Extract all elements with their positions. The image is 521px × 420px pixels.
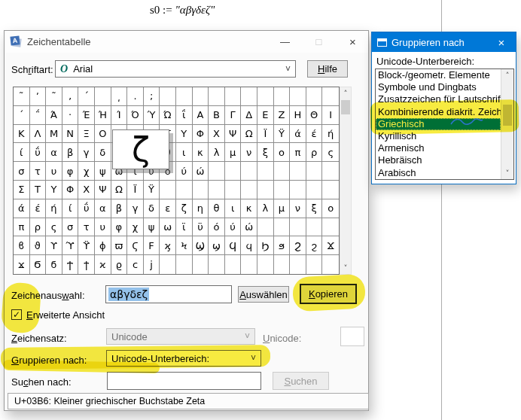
grid-cell[interactable]: β [111, 199, 128, 218]
grid-cell[interactable]: Ε [257, 106, 274, 125]
grid-cell[interactable]: σ [62, 218, 79, 237]
grid-scrollbar[interactable] [340, 87, 352, 275]
grid-cell[interactable] [225, 255, 242, 274]
grid-cell[interactable]: Ή [95, 106, 111, 125]
scrollbar-thumb[interactable] [503, 105, 512, 126]
grid-cell[interactable] [257, 87, 274, 106]
grid-cell[interactable] [290, 87, 306, 106]
help-button[interactable]: Hilfe [307, 60, 348, 78]
grid-cell[interactable]: α [95, 199, 111, 218]
grid-cell[interactable]: ϳ [144, 255, 160, 274]
grid-cell[interactable]: ϰ [95, 255, 111, 274]
grid-cell[interactable]: ΰ [30, 143, 47, 162]
grid-cell[interactable] [257, 218, 274, 237]
scroll-down-icon[interactable] [340, 262, 351, 274]
grid-cell[interactable]: ξ [306, 199, 323, 218]
grid-cell[interactable]: ν [241, 143, 257, 162]
grid-cell[interactable]: ; [144, 87, 160, 106]
group-by-select[interactable]: Unicode-Unterbereich: [106, 350, 261, 367]
grid-cell[interactable]: ξ [257, 143, 274, 162]
close-button[interactable]: × [336, 31, 370, 52]
advanced-view-checkbox[interactable]: ✓ [11, 309, 22, 320]
grid-cell[interactable] [306, 218, 323, 237]
grid-cell[interactable]: ῀ [46, 87, 62, 106]
grid-cell[interactable]: θ [209, 199, 225, 218]
grid-cell[interactable]: Ι [322, 106, 339, 125]
grid-cell[interactable]: Μ [46, 125, 62, 144]
grid-cell[interactable]: ϭ [46, 255, 62, 274]
grid-cell[interactable] [257, 255, 274, 274]
grid-cell[interactable]: ο [274, 143, 291, 162]
grid-cell[interactable]: ψ [144, 218, 160, 237]
grid-cell[interactable]: ϧ [274, 236, 291, 255]
grid-cell[interactable] [306, 87, 323, 106]
grid-cell[interactable] [193, 181, 209, 199]
grid-cell[interactable] [290, 162, 306, 181]
minimize-button[interactable]: — [268, 31, 302, 52]
grid-cell[interactable]: ύ [176, 162, 193, 181]
grid-cell[interactable]: ι [225, 199, 242, 218]
grid-cell[interactable] [274, 181, 291, 199]
grid-cell[interactable]: ρ [30, 218, 47, 237]
grid-cell[interactable]: Φ [193, 125, 209, 144]
grid-cell[interactable]: δ [144, 199, 160, 218]
grid-cell[interactable]: Θ [306, 106, 323, 125]
grid-cell[interactable] [225, 162, 242, 181]
grid-cell[interactable]: Ϫ [322, 236, 339, 255]
grid-cell[interactable] [176, 255, 193, 274]
grid-cell[interactable]: Ϋ [274, 125, 291, 144]
list-item[interactable]: Armenisch [376, 142, 501, 154]
grid-cell[interactable]: Ϣ [193, 236, 209, 255]
scroll-up-icon[interactable] [340, 87, 351, 99]
grid-cell[interactable]: ά [14, 199, 30, 218]
grid-cell[interactable]: ʼ [30, 87, 47, 106]
list-item[interactable]: Zusatzzeichen für Lautschrift [376, 93, 501, 105]
grid-cell[interactable]: Ϟ [176, 236, 193, 255]
grid-cell[interactable]: Ί [111, 106, 128, 125]
grid-cell[interactable]: Ω [241, 125, 257, 144]
grid-cell[interactable]: ΄ [14, 106, 30, 125]
grid-cell[interactable]: ά [290, 125, 306, 144]
grid-cell[interactable]: κ [241, 199, 257, 218]
grid-cell[interactable]: Ϩ [290, 236, 306, 255]
grid-cell[interactable]: Ϛ [127, 236, 144, 255]
grid-cell[interactable]: Ω [111, 181, 128, 199]
character-selection-input[interactable]: αβγδεζ [105, 285, 232, 303]
list-item[interactable]: Griechisch [376, 118, 501, 130]
grid-cell[interactable]: Ό [127, 106, 144, 125]
grid-cell[interactable]: ς [322, 143, 339, 162]
grid-cell[interactable]: δ [95, 143, 111, 162]
grid-cell[interactable]: Ύ [144, 106, 160, 125]
grid-cell[interactable] [290, 255, 306, 274]
grid-cell[interactable] [306, 181, 323, 199]
grid-cell[interactable]: ϓ [62, 236, 79, 255]
grid-cell[interactable]: γ [78, 143, 95, 162]
list-scrollbar[interactable] [501, 69, 513, 179]
grid-cell[interactable]: ϑ [30, 236, 47, 255]
grid-cell[interactable]: Ϯ [62, 255, 79, 274]
grid-cell[interactable] [322, 162, 339, 181]
grid-cell[interactable]: λ [209, 143, 225, 162]
grid-cell[interactable]: Έ [78, 106, 95, 125]
list-item[interactable]: Arabisch [376, 167, 501, 179]
font-select[interactable]: O Arial [55, 60, 296, 78]
grid-cell[interactable]: ψ [95, 162, 111, 181]
grid-cell[interactable] [209, 181, 225, 199]
grid-cell[interactable]: ΐ [176, 106, 193, 125]
grid-cell[interactable]: μ [225, 143, 242, 162]
grid-cell[interactable] [160, 181, 176, 199]
grid-cell[interactable] [176, 87, 193, 106]
grid-cell[interactable]: ´ [78, 87, 95, 106]
grid-cell[interactable]: Ψ [95, 181, 111, 199]
grid-cell[interactable]: έ [306, 125, 323, 144]
grid-cell[interactable]: ζ [176, 199, 193, 218]
grid-cell[interactable]: ή [46, 199, 62, 218]
grid-cell[interactable]: ϫ [14, 255, 30, 274]
charmap-titlebar[interactable]: A Zeichentabelle — □ × [5, 31, 368, 53]
grid-cell[interactable]: Υ [176, 125, 193, 144]
grid-cell[interactable]: χ [127, 218, 144, 237]
grid-cell[interactable]: ώ [241, 218, 257, 237]
grid-cell[interactable] [209, 87, 225, 106]
copy-button[interactable]: Kopieren [300, 284, 357, 304]
grid-cell[interactable]: . [127, 87, 144, 106]
